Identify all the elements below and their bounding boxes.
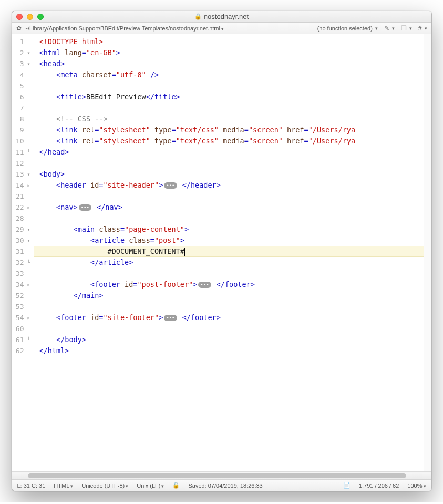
title-bar[interactable]: 🔒 nostodnayr.net [12,11,431,23]
gutter-row[interactable]: 10 [12,136,34,147]
marker-menu[interactable]: ✎ [384,25,395,32]
code-line[interactable]: </article> [34,257,424,268]
editor-window: 🔒 nostodnayr.net ✿ ~/Library/Application… [12,11,432,491]
gutter-row[interactable]: 3▾ [12,58,34,69]
gutter-row[interactable]: 61└ [12,334,34,345]
code-editor[interactable]: <!DOCTYPE html><html lang="en-GB"><head>… [34,34,424,471]
code-line[interactable] [34,213,424,224]
code-line[interactable]: <head> [34,58,424,69]
gutter-row[interactable]: 62 [12,345,34,356]
status-zoom-menu[interactable]: 100% [407,482,426,489]
gutter-row[interactable]: 7 [12,102,34,114]
code-line[interactable]: <html lang="en-GB"> [34,47,424,58]
fold-toggle-icon[interactable]: └ [26,257,32,268]
code-line[interactable] [34,80,424,91]
gutter-row[interactable]: 8 [12,114,34,125]
collapsed-region-icon[interactable]: ••• [198,282,211,288]
gutter-row[interactable]: 53 [12,301,34,312]
code-line[interactable] [34,102,424,114]
fold-toggle-icon[interactable]: ▸ [26,312,32,323]
code-line[interactable]: <link rel="stylesheet" type="text/css" m… [34,125,424,136]
code-line[interactable]: </body> [34,334,424,345]
gutter-row[interactable]: 22▸ [12,202,34,213]
fold-toggle-icon[interactable]: ▾ [26,224,32,235]
navigation-bar: ✿ ~/Library/Application Support/BBEdit/P… [12,23,431,34]
document-path-menu[interactable]: ~/Library/Application Support/BBEdit/Pre… [25,25,224,32]
code-line[interactable]: <!DOCTYPE html> [34,36,424,47]
code-line[interactable] [34,191,424,202]
gutter-row[interactable]: 12 [12,158,34,169]
window-title: 🔒 nostodnayr.net [12,13,431,20]
fold-toggle-icon[interactable]: ▸ [26,180,32,191]
gutter-row[interactable]: 32└ [12,257,34,268]
gutter-row[interactable]: 30▾ [12,235,34,246]
gutter-row[interactable]: 9 [12,125,34,136]
fold-toggle-icon[interactable]: ▸ [26,279,32,290]
code-line[interactable]: <article class="post"> [34,235,424,246]
gutter-row[interactable]: 11└ [12,147,34,158]
gutter-row[interactable]: 1 [12,36,34,47]
gutter-row[interactable]: 31 [12,246,34,257]
status-encoding-menu[interactable]: Unicode (UTF-8) [81,482,128,489]
collapsed-region-icon[interactable]: ••• [79,204,91,211]
gutter-row[interactable]: 54▸ [12,312,34,323]
gutter-row[interactable]: 2▾ [12,47,34,58]
horizontal-scroll-thumb[interactable] [28,473,406,478]
collapsed-region-icon[interactable]: ••• [164,182,177,189]
status-lineending-menu[interactable]: Unix (LF) [137,482,164,489]
code-line[interactable]: #DOCUMENT_CONTENT# [34,246,424,257]
status-saved: Saved: 07/04/2019, 18:26:33 [188,482,262,489]
code-line[interactable]: <link rel="stylesheet" type="text/css" m… [34,136,424,147]
code-line[interactable]: <footer id="post-footer">••• </footer> [34,279,424,290]
gutter-row[interactable]: 4 [12,69,34,80]
code-line[interactable]: <title>BBEdit Preview</title> [34,91,424,102]
gutter-row[interactable]: 52 [12,290,34,301]
code-line[interactable]: <nav>••• </nav> [34,202,424,213]
gutter-row[interactable]: 13▾ [12,169,34,180]
fold-toggle-icon[interactable]: └ [26,147,32,158]
status-cursor-position: L: 31 C: 31 [17,482,46,489]
gutter-row[interactable]: 28 [12,213,34,224]
counterpart-menu[interactable]: # [418,25,427,32]
status-counts[interactable]: 1,791 / 206 / 62 [359,482,399,489]
lock-icon: 🔒 [194,13,202,20]
line-gutter[interactable]: 12▾3▾4567891011└1213▾14▸2122▸2829▾30▾313… [12,34,34,471]
fold-toggle-icon[interactable]: ▸ [26,202,32,213]
lock-status-icon[interactable]: 🔓 [172,482,180,489]
gutter-row[interactable]: 14▸ [12,180,34,191]
window-title-text: nostodnayr.net [204,13,249,20]
gear-icon[interactable]: ✿ [16,25,22,32]
code-line[interactable]: <meta charset="utf-8" /> [34,69,424,80]
status-bar: L: 31 C: 31 HTML Unicode (UTF-8) Unix (L… [12,479,431,491]
gutter-row[interactable]: 34▸ [12,279,34,290]
function-popup[interactable]: (no function selected) [317,25,378,32]
gutter-row[interactable]: 5 [12,80,34,91]
vertical-scrollbar[interactable] [424,34,431,471]
code-line[interactable]: </head> [34,147,424,158]
horizontal-scrollbar[interactable] [12,471,431,479]
code-line[interactable]: <header id="site-header">••• </header> [34,180,424,191]
fold-toggle-icon[interactable]: ▾ [26,58,32,69]
code-line[interactable]: <body> [34,169,424,180]
code-line[interactable] [34,301,424,312]
gutter-row[interactable]: 6 [12,91,34,102]
fold-toggle-icon[interactable]: ▾ [26,235,32,246]
code-line[interactable]: </html> [34,345,424,356]
code-line[interactable]: <!-- CSS --> [34,114,424,125]
includes-menu[interactable]: ❐ [401,25,412,32]
code-line[interactable] [34,158,424,169]
fold-toggle-icon[interactable]: ▾ [26,47,32,58]
code-line[interactable] [34,268,424,279]
code-line[interactable]: <footer id="site-footer">••• </footer> [34,312,424,323]
gutter-row[interactable]: 60 [12,323,34,334]
code-line[interactable]: </main> [34,290,424,301]
gutter-row[interactable]: 21 [12,191,34,202]
collapsed-region-icon[interactable]: ••• [164,315,177,321]
status-language-menu[interactable]: HTML [54,482,73,489]
gutter-row[interactable]: 33 [12,268,34,279]
code-line[interactable] [34,323,424,334]
fold-toggle-icon[interactable]: ▾ [26,169,32,180]
code-line[interactable]: <main class="page-content"> [34,224,424,235]
gutter-row[interactable]: 29▾ [12,224,34,235]
fold-toggle-icon[interactable]: └ [26,334,32,345]
